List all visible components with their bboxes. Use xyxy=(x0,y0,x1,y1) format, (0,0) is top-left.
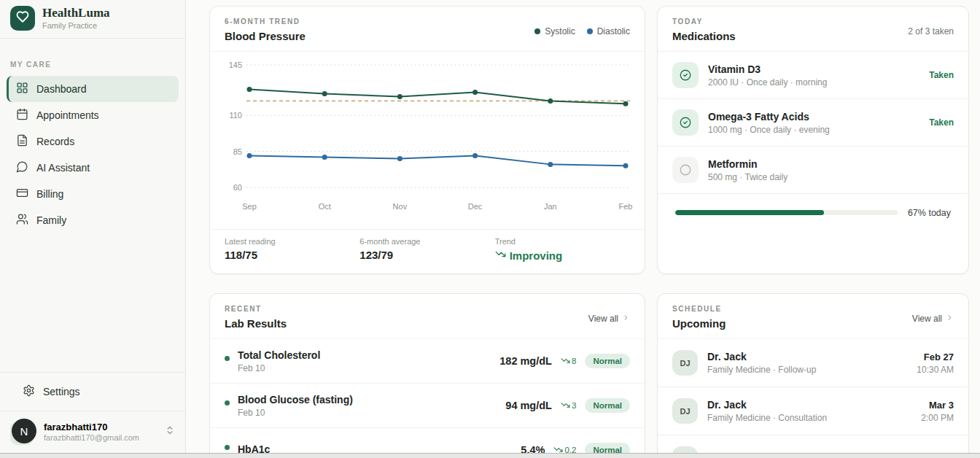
brand-logo xyxy=(10,6,35,31)
systolic-dot-icon xyxy=(534,28,540,34)
medications-progress: 67% today xyxy=(658,193,968,231)
chevron-right-icon xyxy=(946,314,954,324)
chat-icon xyxy=(16,160,28,175)
medications-title: Medications xyxy=(672,30,736,42)
medications-summary: 2 of 3 taken xyxy=(908,26,954,36)
bullet-dot-icon xyxy=(225,445,230,450)
legend-diastolic: Diastolic xyxy=(587,26,630,36)
progress-track xyxy=(675,210,898,215)
status-badge: Normal xyxy=(585,398,630,413)
medications-eyebrow: TODAY xyxy=(672,18,736,26)
sidebar-bottom: Settings N farazbhatti170 farazbhatti170… xyxy=(0,372,185,448)
user-profile[interactable]: N farazbhatti170 farazbhatti170@gmail.co… xyxy=(0,411,185,448)
trending-down-icon xyxy=(561,400,570,411)
lab-value: 94 mg/dL xyxy=(505,400,552,411)
lab-trend: 8 xyxy=(561,356,576,367)
bp-stats-row: Latest reading 118/75 6-month average 12… xyxy=(210,229,645,273)
gear-icon xyxy=(23,384,35,399)
status-badge: Taken xyxy=(929,70,954,80)
sidebar-item-billing[interactable]: Billing xyxy=(7,181,179,207)
lab-value: 182 mg/dL xyxy=(499,355,552,367)
trending-down-icon xyxy=(561,356,570,367)
brand-name: HealthLuma xyxy=(42,7,110,20)
svg-text:110: 110 xyxy=(229,111,242,120)
sidebar-item-label: Settings xyxy=(43,386,80,397)
labs-eyebrow: RECENT xyxy=(225,305,287,313)
medication-row-omega3[interactable]: Omega-3 Fatty Acids 1000 mg · Once daily… xyxy=(658,98,968,146)
brand: HealthLuma Family Practice xyxy=(0,0,185,39)
people-icon xyxy=(16,213,28,228)
brand-subtitle: Family Practice xyxy=(42,21,110,30)
upcoming-card: SCHEDULE Upcoming View all DJ Dr. Jack F… xyxy=(657,293,969,458)
svg-text:Oct: Oct xyxy=(319,202,331,211)
doctor-avatar: DJ xyxy=(672,350,698,376)
medication-row-vitamin-d3[interactable]: Vitamin D3 2000 IU · Once daily · mornin… xyxy=(658,51,968,98)
bp-chart: 1451108560SepOctNovDecJanFeb xyxy=(210,52,645,217)
status-badge: Taken xyxy=(929,117,954,128)
appointment-row[interactable]: DJ Dr. Jack Family Medicine · Consultati… xyxy=(658,387,968,435)
medication-row-metformin[interactable]: Metformin 500 mg · Twice daily xyxy=(658,146,968,193)
svg-text:Sep: Sep xyxy=(242,202,257,211)
sidebar: HealthLuma Family Practice MY CARE Dashb… xyxy=(0,0,186,458)
check-circle-icon[interactable] xyxy=(672,109,699,136)
doctor-avatar: DJ xyxy=(672,398,698,424)
medications-card: TODAY Medications 2 of 3 taken Vitamin D… xyxy=(657,6,969,274)
lab-row-blood-glucose[interactable]: Blood Glucose (fasting) Feb 10 94 mg/dL … xyxy=(210,383,645,427)
chart-legend: Systolic Diastolic xyxy=(534,26,630,36)
sidebar-item-label: Family xyxy=(36,214,66,226)
chevrons-up-down-icon[interactable] xyxy=(165,425,175,438)
trending-down-icon xyxy=(495,249,506,262)
document-icon xyxy=(16,134,28,149)
chevron-right-icon xyxy=(622,314,630,324)
horizontal-scrollbar[interactable] xyxy=(0,453,980,458)
sidebar-item-ai-assistant[interactable]: AI Assistant xyxy=(7,155,179,181)
labs-title: Lab Results xyxy=(225,317,287,330)
sidebar-item-appointments[interactable]: Appointments xyxy=(7,102,179,128)
avatar: N xyxy=(10,419,36,445)
lab-row-total-cholesterol[interactable]: Total Cholesterol Feb 10 182 mg/dL 8 Nor… xyxy=(210,338,645,383)
schedule-eyebrow: SCHEDULE xyxy=(672,305,726,313)
sidebar-item-family[interactable]: Family xyxy=(7,207,179,233)
stat-trend: Trend Improving xyxy=(495,237,630,266)
svg-text:85: 85 xyxy=(233,147,242,156)
sidebar-item-dashboard[interactable]: Dashboard xyxy=(7,76,179,102)
diastolic-dot-icon xyxy=(587,28,593,34)
sidebar-item-label: Records xyxy=(36,136,74,147)
schedule-view-all-link[interactable]: View all xyxy=(912,314,954,324)
lab-trend: 3 xyxy=(561,400,576,411)
divider xyxy=(0,372,185,373)
grid-icon xyxy=(16,82,28,96)
sidebar-nav: Dashboard Appointments Records AI Assist… xyxy=(0,76,185,233)
empty-circle-icon[interactable] xyxy=(672,157,699,183)
progress-fill xyxy=(675,210,824,215)
profile-email: farazbhatti170@gmail.com xyxy=(44,433,139,442)
svg-text:Dec: Dec xyxy=(468,202,483,211)
bp-eyebrow: 6-MONTH TREND xyxy=(225,18,306,26)
schedule-title: Upcoming xyxy=(672,317,726,330)
calendar-icon xyxy=(16,108,28,123)
bullet-dot-icon xyxy=(225,400,230,405)
svg-text:Feb: Feb xyxy=(619,202,633,211)
check-circle-icon[interactable] xyxy=(672,62,699,88)
credit-card-icon xyxy=(16,187,28,201)
app-root: HealthLuma Family Practice MY CARE Dashb… xyxy=(0,0,980,458)
stat-average: 6-month average 123/79 xyxy=(359,237,494,266)
sidebar-item-records[interactable]: Records xyxy=(7,128,179,155)
svg-text:145: 145 xyxy=(229,61,242,69)
sidebar-item-settings[interactable]: Settings xyxy=(13,379,172,405)
bp-title: Blood Pressure xyxy=(225,30,306,42)
profile-name: farazbhatti170 xyxy=(44,422,139,432)
sidebar-item-label: Billing xyxy=(36,188,63,200)
sidebar-item-label: Dashboard xyxy=(36,83,87,95)
blood-pressure-card: 6-MONTH TREND Blood Pressure Systolic Di… xyxy=(209,6,645,274)
bullet-dot-icon xyxy=(225,356,230,361)
appointment-row[interactable]: DJ Dr. Jack Family Medicine · Follow-up … xyxy=(658,338,968,387)
svg-text:60: 60 xyxy=(233,183,242,192)
status-badge: Normal xyxy=(585,354,630,368)
heart-icon xyxy=(16,10,29,26)
sidebar-section-label: MY CARE xyxy=(0,61,185,69)
svg-text:Nov: Nov xyxy=(393,202,408,211)
sidebar-item-label: AI Assistant xyxy=(36,162,90,174)
labs-view-all-link[interactable]: View all xyxy=(588,314,630,324)
sidebar-item-label: Appointments xyxy=(36,109,99,121)
